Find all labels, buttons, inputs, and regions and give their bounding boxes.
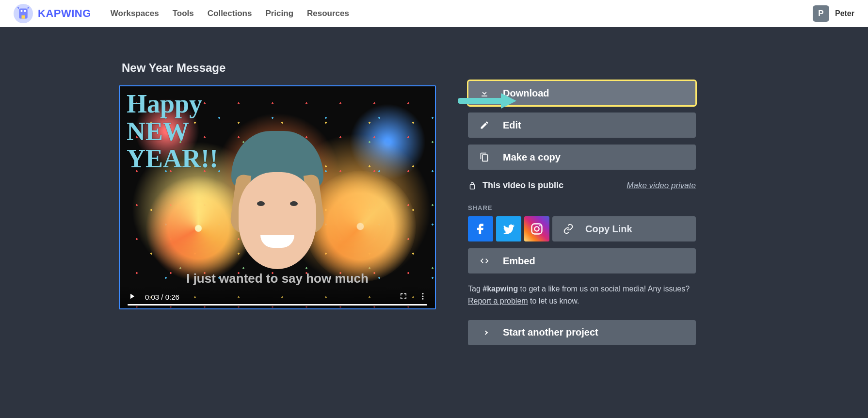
svg-rect-1 <box>21 10 23 12</box>
user-menu[interactable]: P Peter <box>813 5 854 22</box>
visibility-row: This video is public Make video private <box>468 180 696 191</box>
report-problem-link[interactable]: Report a problem <box>468 297 528 305</box>
nav-tools[interactable]: Tools <box>173 9 194 18</box>
video-subject <box>214 131 340 286</box>
svg-point-6 <box>422 298 424 299</box>
make-private-link[interactable]: Make video private <box>627 181 696 191</box>
video-overlay-text: Happy NEW YEAR!! <box>127 90 218 173</box>
main-nav: Workspaces Tools Collections Pricing Res… <box>111 9 349 18</box>
svg-rect-2 <box>24 10 26 12</box>
edit-button[interactable]: Edit <box>468 113 696 138</box>
more-icon[interactable] <box>418 292 427 302</box>
code-icon <box>480 256 489 266</box>
start-another-label: Start another project <box>503 327 598 338</box>
main-content: New Year Message Happy NEW YEAR!! I just… <box>0 27 868 371</box>
top-bar: KAPWING Workspaces Tools Collections Pri… <box>0 0 868 27</box>
link-icon <box>563 224 574 234</box>
copy-link-button[interactable]: Copy Link <box>552 216 696 241</box>
facebook-icon <box>474 222 487 236</box>
video-preview[interactable]: Happy NEW YEAR!! I just wanted to say ho… <box>119 85 436 309</box>
share-label: SHARE <box>468 204 696 211</box>
nav-pricing[interactable]: Pricing <box>265 9 293 18</box>
svg-rect-3 <box>22 16 25 19</box>
share-twitter-button[interactable] <box>496 216 521 241</box>
visibility-status: This video is public <box>482 180 563 191</box>
copy-link-label: Copy Link <box>585 224 632 235</box>
unlock-icon <box>468 181 477 190</box>
fullscreen-icon[interactable] <box>399 292 408 302</box>
user-name: Peter <box>835 9 854 18</box>
svg-point-4 <box>422 293 424 294</box>
video-progress[interactable] <box>128 304 427 305</box>
make-copy-button[interactable]: Make a copy <box>468 145 696 170</box>
left-column: New Year Message Happy NEW YEAR!! I just… <box>119 61 439 352</box>
arrow-right-icon <box>480 328 489 338</box>
share-row: Copy Link <box>468 216 696 241</box>
nav-workspaces[interactable]: Workspaces <box>111 9 159 18</box>
tag-note: Tag #kapwing to get a like from us on so… <box>468 283 696 307</box>
hashtag: #kapwing <box>482 285 518 293</box>
embed-button[interactable]: Embed <box>468 248 696 273</box>
annotation-arrow-icon <box>458 90 516 112</box>
logo-icon <box>14 4 33 23</box>
start-another-button[interactable]: Start another project <box>468 320 696 345</box>
avatar: P <box>813 5 829 22</box>
twitter-icon <box>502 222 515 236</box>
instagram-icon <box>530 222 544 236</box>
video-controls: 0:03 / 0:26 <box>120 285 435 308</box>
video-time: 0:03 / 0:26 <box>145 293 179 301</box>
svg-point-11 <box>539 225 541 226</box>
share-facebook-button[interactable] <box>468 216 493 241</box>
logo-text: KAPWING <box>38 7 91 20</box>
share-instagram-button[interactable] <box>524 216 549 241</box>
pencil-icon <box>480 120 489 130</box>
embed-label: Embed <box>503 256 535 267</box>
play-icon[interactable] <box>128 292 136 302</box>
edit-label: Edit <box>503 120 521 131</box>
svg-point-5 <box>422 295 424 297</box>
nav-resources[interactable]: Resources <box>307 9 349 18</box>
make-copy-label: Make a copy <box>503 152 561 163</box>
video-caption: I just wanted to say how much <box>120 271 435 286</box>
copy-icon <box>480 152 489 162</box>
svg-point-10 <box>534 226 539 231</box>
svg-marker-8 <box>501 93 516 109</box>
project-title: New Year Message <box>119 61 439 75</box>
nav-collections[interactable]: Collections <box>208 9 252 18</box>
logo[interactable]: KAPWING <box>14 4 91 23</box>
